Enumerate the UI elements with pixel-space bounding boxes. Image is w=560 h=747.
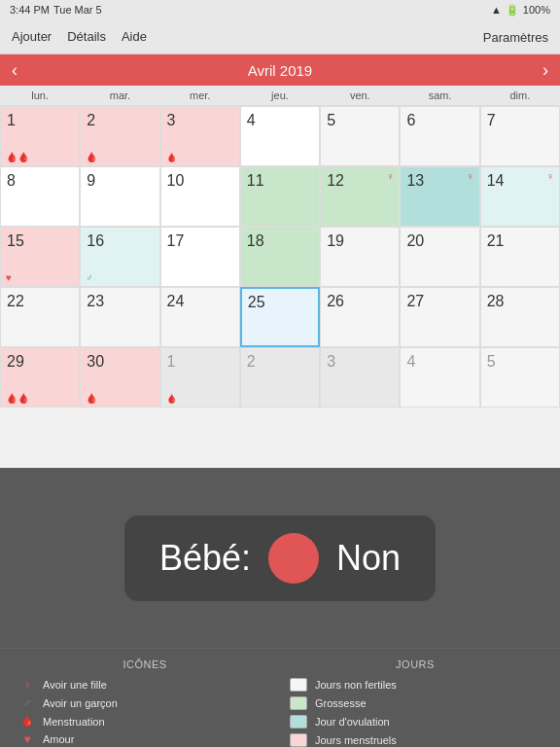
legend-menstrual-text: Menstruation bbox=[43, 716, 105, 728]
legend-menstrual-days: Jours menstruels bbox=[290, 733, 541, 747]
baby-value: Non bbox=[336, 538, 401, 579]
menstrual-swatch bbox=[290, 733, 307, 747]
menstrual-icon-3: 🩸 bbox=[166, 153, 177, 162]
menstrual-icon-2: 🩸 bbox=[86, 152, 97, 162]
cal-cell-5[interactable]: 5 bbox=[320, 106, 400, 166]
cal-cell-21[interactable]: 21 bbox=[480, 227, 560, 287]
calendar-title: Avril 2019 bbox=[248, 62, 312, 79]
girl-legend-icon: ♀ bbox=[19, 678, 35, 692]
cal-cell-11[interactable]: 11 bbox=[240, 166, 320, 227]
love-icon-15: ♥ bbox=[6, 272, 12, 283]
cal-cell-m4[interactable]: 4 bbox=[400, 347, 479, 408]
menstrual-icon-29: 🩸🩸 bbox=[6, 393, 29, 404]
menstrual-legend-icon: 🩸 bbox=[19, 715, 35, 728]
prev-month-button[interactable]: ‹ bbox=[0, 60, 29, 81]
baby-section: Bébé: Non bbox=[0, 468, 560, 648]
cal-cell-14[interactable]: 14 ♀ bbox=[480, 166, 560, 227]
cal-cell-27[interactable]: 27 bbox=[400, 287, 479, 347]
cal-cell-16[interactable]: 16 ♂ bbox=[80, 227, 159, 287]
cal-cell-29[interactable]: 29 🩸🩸 bbox=[0, 347, 80, 408]
menstrual-icon-30: 🩸 bbox=[86, 393, 97, 404]
legend-boy: ♂ Avoir un garçon bbox=[19, 696, 270, 710]
legend-menstrual-days-text: Jours menstruels bbox=[315, 734, 397, 746]
status-left: 3:44 PM Tue Mar 5 bbox=[10, 4, 102, 16]
cal-cell-23[interactable]: 23 bbox=[80, 287, 159, 347]
legend-pregnancy: Grossesse bbox=[290, 696, 541, 710]
days-legend-title: JOURS bbox=[290, 658, 541, 670]
cal-cell-2[interactable]: 2 🩸 bbox=[80, 106, 159, 166]
cal-cell-24[interactable]: 24 bbox=[160, 287, 240, 347]
settings-button[interactable]: Paramètres bbox=[483, 30, 548, 45]
icons-legend: ICÔNES ♀ Avoir une fille ♂ Avoir un garç… bbox=[19, 658, 270, 747]
legend-pregnancy-text: Grossesse bbox=[315, 697, 367, 709]
cal-cell-m5[interactable]: 5 bbox=[480, 347, 560, 408]
cal-cell-15[interactable]: 15 ♥ bbox=[0, 227, 80, 287]
girl-icon-13: ♀ bbox=[466, 170, 473, 182]
cal-cell-17[interactable]: 17 bbox=[160, 227, 240, 287]
nav-bar: Ajouter Détails Aide Paramètres bbox=[0, 19, 560, 54]
baby-label: Bébé: bbox=[159, 538, 251, 579]
cal-cell-10[interactable]: 10 bbox=[160, 166, 240, 227]
day-header-sun: dim. bbox=[480, 86, 560, 105]
nonfertile-swatch bbox=[290, 678, 307, 692]
legend-love-text: Amour bbox=[43, 733, 74, 745]
battery-icon: 🔋 bbox=[506, 4, 519, 17]
status-bar: 3:44 PM Tue Mar 5 ▲ 🔋 100% bbox=[0, 0, 560, 19]
cal-cell-12[interactable]: 12 ♀ bbox=[320, 166, 400, 227]
cal-cell-18[interactable]: 18 bbox=[240, 227, 320, 287]
legend-section: ICÔNES ♀ Avoir une fille ♂ Avoir un garç… bbox=[0, 648, 560, 747]
day-header-tue: mar. bbox=[80, 86, 159, 105]
pregnancy-swatch bbox=[290, 696, 307, 710]
cal-cell-9[interactable]: 9 bbox=[80, 166, 159, 227]
days-legend: JOURS Jours non fertiles Grossesse Jour … bbox=[290, 658, 541, 747]
wifi-icon: ▲ bbox=[491, 4, 502, 16]
cal-cell-6[interactable]: 6 bbox=[400, 106, 479, 166]
legend-ovulation: Jour d'ovulation bbox=[290, 715, 541, 729]
cal-cell-22[interactable]: 22 bbox=[0, 287, 80, 347]
add-button[interactable]: Ajouter bbox=[12, 29, 52, 44]
cal-cell-8[interactable]: 8 bbox=[0, 166, 80, 227]
cal-cell-1[interactable]: 1 🩸🩸 bbox=[0, 106, 80, 166]
status-time: 3:44 PM bbox=[10, 4, 50, 16]
cal-cell-30[interactable]: 30 🩸 bbox=[80, 347, 159, 408]
girl-icon-14: ♀ bbox=[546, 170, 554, 182]
cal-cell-19[interactable]: 19 bbox=[320, 227, 400, 287]
calendar-grid: 1 🩸🩸 2 🩸 3 🩸 4 5 6 7 8 9 10 11 12 ♀ 13 ♀… bbox=[0, 106, 560, 468]
ovulation-swatch bbox=[290, 715, 307, 729]
cal-cell-25[interactable]: 25 bbox=[240, 287, 320, 347]
menstrual-icon-1: 🩸🩸 bbox=[6, 152, 29, 162]
legend-love: ♥ Amour bbox=[19, 732, 270, 746]
legend-girl: ♀ Avoir une fille bbox=[19, 678, 270, 692]
legend-ovulation-text: Jour d'ovulation bbox=[315, 716, 390, 728]
cal-cell-13[interactable]: 13 ♀ bbox=[400, 166, 479, 227]
status-date: Tue Mar 5 bbox=[53, 4, 102, 16]
day-headers: lun. mar. mer. jeu. ven. sam. dim. bbox=[0, 86, 560, 106]
nav-right: Paramètres bbox=[483, 28, 548, 46]
cal-cell-28[interactable]: 28 bbox=[480, 287, 560, 347]
day-header-fri: ven. bbox=[320, 86, 400, 105]
day-header-thu: jeu. bbox=[240, 86, 320, 105]
cal-cell-m3[interactable]: 3 bbox=[320, 347, 400, 408]
cal-cell-7[interactable]: 7 bbox=[480, 106, 560, 166]
help-button[interactable]: Aide bbox=[122, 29, 147, 44]
cal-cell-26[interactable]: 26 bbox=[320, 287, 400, 347]
battery-level: 100% bbox=[523, 4, 550, 16]
cal-cell-3[interactable]: 3 🩸 bbox=[160, 106, 240, 166]
day-header-sat: sam. bbox=[400, 86, 479, 105]
day-header-wed: mer. bbox=[160, 86, 240, 105]
love-legend-icon: ♥ bbox=[19, 732, 35, 746]
cal-cell-4[interactable]: 4 bbox=[240, 106, 320, 166]
boy-icon-16: ♂ bbox=[86, 272, 93, 283]
girl-icon-12: ♀ bbox=[386, 170, 394, 182]
next-month-button[interactable]: › bbox=[531, 60, 560, 81]
legend-nonfertile-text: Jours non fertiles bbox=[315, 679, 397, 691]
details-button[interactable]: Détails bbox=[67, 29, 106, 44]
icons-legend-title: ICÔNES bbox=[19, 658, 270, 670]
cal-cell-m1[interactable]: 1 🩸 bbox=[160, 347, 240, 408]
cal-cell-20[interactable]: 20 bbox=[400, 227, 479, 287]
status-right: ▲ 🔋 100% bbox=[491, 4, 550, 17]
cal-cell-m2[interactable]: 2 bbox=[240, 347, 320, 408]
baby-circle[interactable] bbox=[268, 533, 319, 584]
legend-menstrual: 🩸 Menstruation bbox=[19, 715, 270, 728]
menstrual-icon-m1: 🩸 bbox=[166, 394, 177, 404]
